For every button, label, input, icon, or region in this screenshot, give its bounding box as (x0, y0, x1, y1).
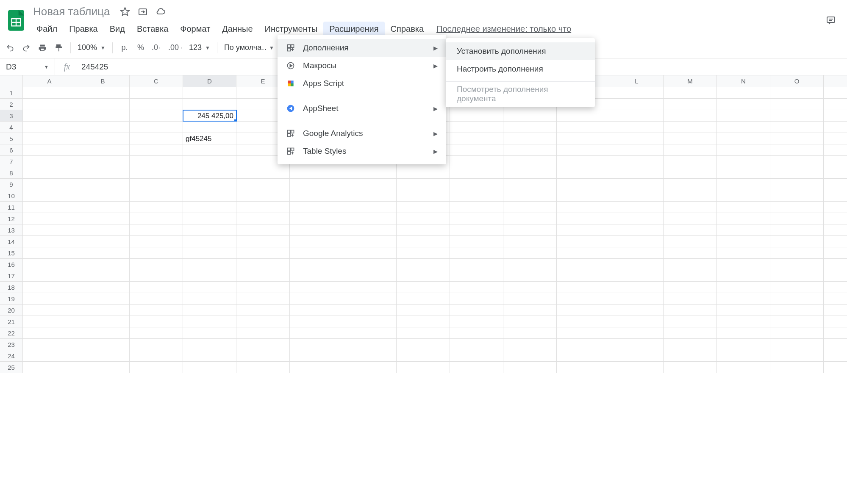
percent-button[interactable]: % (133, 40, 148, 55)
paint-format-button[interactable] (51, 40, 66, 55)
cell-N5[interactable] (717, 133, 770, 144)
cell-D23[interactable] (183, 339, 236, 350)
cell-J14[interactable] (503, 236, 557, 247)
cell-B4[interactable] (76, 122, 130, 133)
cell-K13[interactable] (557, 224, 610, 235)
cell-E15[interactable] (236, 247, 290, 258)
menu-инструменты[interactable]: Инструменты (259, 22, 324, 36)
cell-M18[interactable] (664, 282, 717, 293)
cell-L20[interactable] (610, 305, 664, 316)
cell-H22[interactable] (397, 327, 450, 338)
menu-правка[interactable]: Правка (63, 22, 104, 36)
sheets-logo[interactable] (7, 8, 25, 32)
cell-B3[interactable] (76, 110, 130, 121)
menu-файл[interactable]: Файл (31, 22, 63, 36)
cell-B2[interactable] (76, 99, 130, 110)
cell-H21[interactable] (397, 316, 450, 327)
col-header-N[interactable]: N (717, 75, 770, 87)
cell-M20[interactable] (664, 305, 717, 316)
comment-history-icon[interactable] (826, 15, 836, 25)
cell-E8[interactable] (236, 167, 290, 178)
cloud-icon[interactable] (156, 7, 166, 17)
cell-M6[interactable] (664, 144, 717, 155)
cell-M3[interactable] (664, 110, 717, 121)
cell-I19[interactable] (450, 293, 503, 304)
cell-A8[interactable] (23, 167, 76, 178)
cell-E10[interactable] (236, 190, 290, 201)
cell-L16[interactable] (610, 259, 664, 270)
cell-C21[interactable] (130, 316, 183, 327)
row-header-17[interactable]: 17 (0, 270, 23, 281)
cell-O17[interactable] (770, 270, 824, 281)
cell-C5[interactable] (130, 133, 183, 144)
cell-A14[interactable] (23, 236, 76, 247)
cell-A23[interactable] (23, 339, 76, 350)
cell-H17[interactable] (397, 270, 450, 281)
cell-J12[interactable] (503, 213, 557, 224)
cell-L4[interactable] (610, 122, 664, 133)
cell-O18[interactable] (770, 282, 824, 293)
cell-J21[interactable] (503, 316, 557, 327)
cell-M7[interactable] (664, 156, 717, 167)
cell-N7[interactable] (717, 156, 770, 167)
cell-I10[interactable] (450, 190, 503, 201)
cell-O10[interactable] (770, 190, 824, 201)
cell-N10[interactable] (717, 190, 770, 201)
cell-D17[interactable] (183, 270, 236, 281)
cell-K20[interactable] (557, 305, 610, 316)
cell-H10[interactable] (397, 190, 450, 201)
cell-B14[interactable] (76, 236, 130, 247)
row-header-13[interactable]: 13 (0, 224, 23, 235)
cell-I21[interactable] (450, 316, 503, 327)
cell-D15[interactable] (183, 247, 236, 258)
cell-D9[interactable] (183, 179, 236, 190)
cell-F13[interactable] (290, 224, 343, 235)
cell-A13[interactable] (23, 224, 76, 235)
cell-N22[interactable] (717, 327, 770, 338)
cell-I5[interactable] (450, 133, 503, 144)
print-button[interactable] (35, 40, 50, 55)
cell-B13[interactable] (76, 224, 130, 235)
cell-B18[interactable] (76, 282, 130, 293)
cell-A9[interactable] (23, 179, 76, 190)
cell-F18[interactable] (290, 282, 343, 293)
cell-C2[interactable] (130, 99, 183, 110)
cell-O15[interactable] (770, 247, 824, 258)
cell-F15[interactable] (290, 247, 343, 258)
cell-O2[interactable] (770, 99, 824, 110)
row-header-1[interactable]: 1 (0, 87, 23, 98)
col-header-O[interactable]: O (770, 75, 824, 87)
cell-L24[interactable] (610, 350, 664, 361)
cell-I8[interactable] (450, 167, 503, 178)
cell-J22[interactable] (503, 327, 557, 338)
cell-I22[interactable] (450, 327, 503, 338)
cell-C8[interactable] (130, 167, 183, 178)
cell-O6[interactable] (770, 144, 824, 155)
cell-D4[interactable] (183, 122, 236, 133)
row-header-11[interactable]: 11 (0, 202, 23, 213)
cell-K17[interactable] (557, 270, 610, 281)
cell-C19[interactable] (130, 293, 183, 304)
name-box[interactable]: D3▼ (0, 58, 55, 75)
move-icon[interactable] (138, 7, 148, 17)
cell-B16[interactable] (76, 259, 130, 270)
cell-M9[interactable] (664, 179, 717, 190)
cell-N13[interactable] (717, 224, 770, 235)
cell-E24[interactable] (236, 350, 290, 361)
cell-B23[interactable] (76, 339, 130, 350)
cell-A5[interactable] (23, 133, 76, 144)
cell-A18[interactable] (23, 282, 76, 293)
cell-K7[interactable] (557, 156, 610, 167)
cell-H15[interactable] (397, 247, 450, 258)
cell-C12[interactable] (130, 213, 183, 224)
ext-menu-дополнения[interactable]: Дополнения▶ (278, 39, 446, 57)
cell-K15[interactable] (557, 247, 610, 258)
cell-J24[interactable] (503, 350, 557, 361)
menu-данные[interactable]: Данные (216, 22, 258, 36)
cell-F16[interactable] (290, 259, 343, 270)
cell-B25[interactable] (76, 362, 130, 373)
cell-A25[interactable] (23, 362, 76, 373)
cell-I20[interactable] (450, 305, 503, 316)
cell-L9[interactable] (610, 179, 664, 190)
cell-O25[interactable] (770, 362, 824, 373)
